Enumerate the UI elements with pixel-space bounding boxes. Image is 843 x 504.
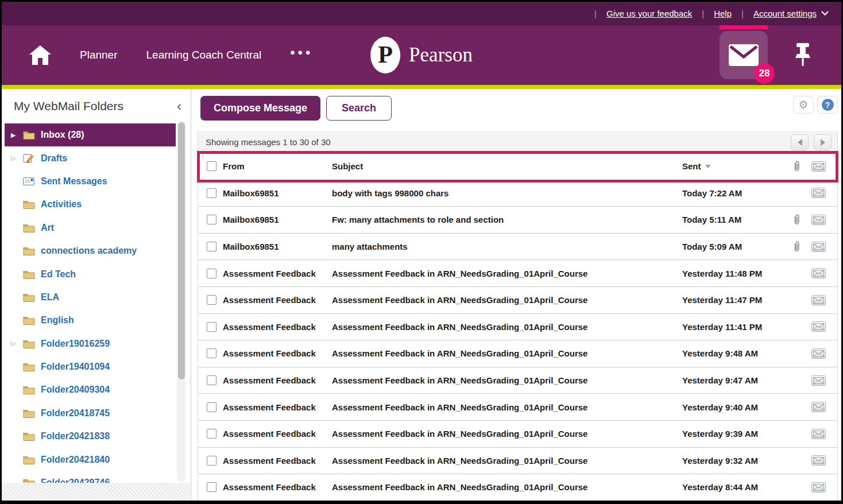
folder-icon — [23, 316, 39, 325]
folder-item-english[interactable]: English — [2, 309, 191, 332]
column-header-from[interactable]: From — [223, 161, 332, 171]
message-row[interactable]: Assessment Feedback Assessment Feedback … — [198, 474, 837, 501]
message-checkbox[interactable] — [207, 215, 216, 224]
mark-read-button[interactable] — [811, 242, 826, 252]
expander-icon[interactable]: ▷ — [11, 154, 23, 162]
folder-item-folder20409304[interactable]: Folder20409304 — [2, 378, 191, 401]
compose-message-button[interactable]: Compose Message — [200, 96, 320, 121]
column-header-sent[interactable]: Sent — [682, 161, 782, 171]
folder-icon — [23, 455, 35, 464]
folder-item-folder20421838[interactable]: Folder20421838 — [2, 425, 191, 448]
message-row[interactable]: Assessment Feedback Assessment Feedback … — [198, 314, 837, 341]
message-row[interactable]: Assessment Feedback Assessment Feedback … — [198, 260, 837, 287]
draft-icon — [23, 153, 34, 164]
message-checkbox[interactable] — [207, 295, 216, 305]
folder-item-folder19016259[interactable]: ▷ Folder19016259 — [2, 332, 191, 355]
showing-messages-text: Showing messages 1 to 30 of 30 — [206, 137, 331, 147]
sidebar-scrollbar[interactable] — [177, 121, 185, 482]
help-item: Help — [692, 9, 732, 18]
feedback-link[interactable]: Give us your feedback — [606, 9, 692, 18]
folder-list: ▶ Inbox (28) ▷ Drafts Sent Messages Acti… — [2, 123, 191, 494]
message-row[interactable]: Assessment Feedback Assessment Feedback … — [198, 421, 837, 448]
mark-read-button[interactable] — [811, 188, 826, 198]
mark-read-button[interactable] — [811, 321, 826, 332]
nav-item-learning-coach-central[interactable]: Learning Coach Central — [146, 49, 262, 61]
folder-item-inbox-28[interactable]: ▶ Inbox (28) — [5, 123, 176, 146]
mark-read-button[interactable] — [811, 215, 826, 225]
more-menu-icon[interactable]: ••• — [290, 46, 313, 64]
message-checkbox[interactable] — [207, 482, 216, 492]
folder-item-activities[interactable]: Activities — [2, 193, 191, 216]
column-header-subject[interactable]: Subject — [332, 161, 682, 171]
folder-icon — [23, 316, 35, 325]
folder-item-folder20418745[interactable]: Folder20418745 — [2, 402, 191, 425]
collapse-sidebar-icon[interactable]: ‹ — [175, 102, 184, 110]
message-row[interactable]: Assessment Feedback Assessment Feedback … — [198, 287, 837, 314]
message-subject: body with tags 998000 chars — [332, 188, 682, 198]
message-row[interactable]: Assessment Feedback Assessment Feedback … — [198, 367, 837, 394]
message-subject: many attachments — [332, 242, 682, 251]
message-row[interactable]: Mailbox69851 Fw: many attachments to rol… — [198, 207, 837, 234]
home-icon — [29, 45, 51, 65]
message-sent: Today 5:11 AM — [682, 215, 782, 224]
next-page-button[interactable] — [814, 134, 832, 150]
search-button[interactable]: Search — [326, 96, 392, 121]
folder-item-ed-tech[interactable]: Ed Tech — [2, 262, 191, 285]
help-button[interactable]: ? — [817, 96, 838, 114]
question-mark-icon: ? — [822, 99, 834, 111]
mark-read-button[interactable] — [811, 348, 826, 359]
mark-read-button[interactable] — [811, 295, 826, 305]
message-rows: Mailbox69851 body with tags 998000 chars… — [198, 180, 837, 501]
message-checkbox[interactable] — [207, 375, 216, 385]
settings-button[interactable]: ⚙ — [793, 96, 814, 114]
nav-item-planner[interactable]: Planner — [80, 49, 118, 61]
folder-item-sent-messages[interactable]: Sent Messages — [2, 170, 191, 193]
pin-button[interactable] — [794, 43, 811, 67]
sidebar-scrollbar-thumb[interactable] — [178, 122, 185, 379]
message-checkbox[interactable] — [207, 242, 216, 251]
message-checkbox[interactable] — [207, 188, 216, 198]
mark-read-button[interactable] — [811, 455, 826, 466]
folder-item-connections-academy[interactable]: connections academy — [2, 239, 191, 262]
message-row[interactable]: Mailbox69851 body with tags 998000 chars… — [198, 180, 837, 207]
message-row[interactable]: Mailbox69851 many attachments Today 5:09… — [198, 234, 837, 261]
message-sent: Yesterday 11:41 PM — [682, 322, 782, 332]
message-row[interactable]: Assessment Feedback Assessment Feedback … — [198, 340, 837, 367]
account-settings-link[interactable]: Account settings — [753, 9, 817, 18]
mark-read-button[interactable] — [811, 402, 826, 412]
home-button[interactable] — [29, 45, 51, 65]
message-checkbox[interactable] — [207, 402, 216, 412]
message-from: Assessment Feedback — [223, 482, 332, 492]
chevron-down-icon — [821, 8, 829, 15]
envelope-icon — [813, 297, 824, 304]
folder-item-folder20421840[interactable]: Folder20421840 — [2, 448, 191, 471]
help-link[interactable]: Help — [714, 9, 732, 18]
message-from: Assessment Feedback — [223, 348, 332, 358]
folder-item-drafts[interactable]: ▷ Drafts — [2, 146, 191, 169]
message-checkbox[interactable] — [207, 269, 216, 278]
folder-icon — [23, 432, 35, 441]
message-row[interactable]: Assessment Feedback Assessment Feedback … — [198, 394, 837, 421]
message-from: Mailbox69851 — [223, 215, 332, 224]
message-checkbox[interactable] — [207, 322, 216, 332]
folder-item-art[interactable]: Art — [2, 216, 191, 239]
mark-read-button[interactable] — [811, 482, 826, 493]
mail-toolbar: Compose Message Search ⚙ ? — [198, 96, 838, 121]
expander-icon[interactable]: ▷ — [11, 340, 23, 347]
envelope-icon — [813, 457, 824, 464]
mark-read-button[interactable] — [811, 268, 826, 278]
mark-read-button[interactable] — [811, 429, 826, 439]
message-row[interactable]: Assessment Feedback Assessment Feedback … — [198, 448, 837, 475]
webmail-button[interactable]: 28 — [720, 31, 768, 79]
select-all-checkbox[interactable] — [207, 161, 216, 171]
list-status-bar: Showing messages 1 to 30 of 30 — [198, 131, 837, 153]
folder-icon — [23, 362, 35, 371]
folder-item-ela[interactable]: ELA — [2, 286, 191, 309]
message-checkbox[interactable] — [207, 348, 216, 358]
mark-read-button[interactable] — [811, 375, 826, 386]
previous-page-button[interactable] — [791, 134, 809, 150]
message-checkbox[interactable] — [207, 456, 216, 466]
expander-icon[interactable]: ▶ — [11, 131, 23, 139]
message-checkbox[interactable] — [207, 429, 216, 439]
folder-item-folder19401094[interactable]: Folder19401094 — [2, 355, 191, 378]
